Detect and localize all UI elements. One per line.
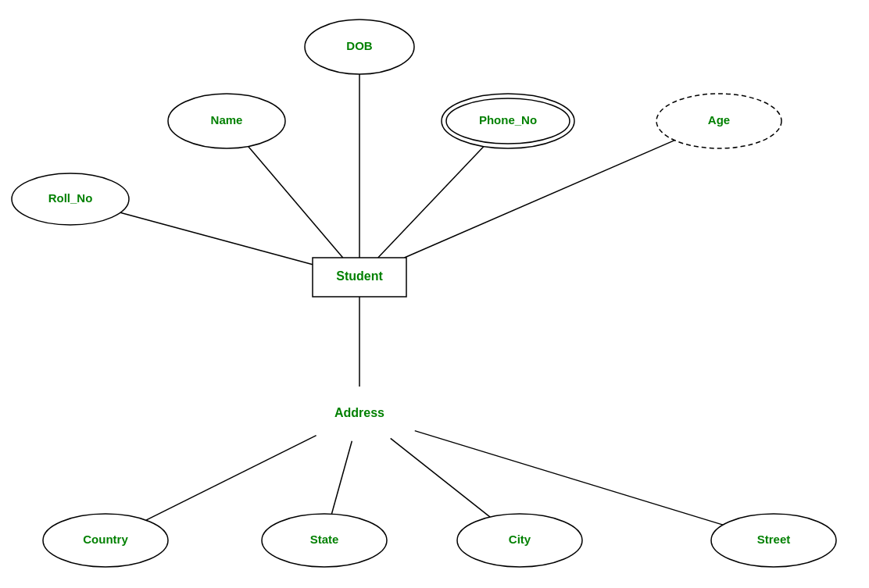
er-diagram xyxy=(0,0,869,588)
